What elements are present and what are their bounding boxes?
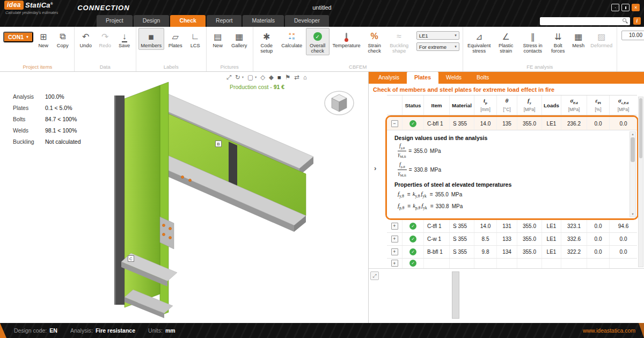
member-label-c[interactable]: C [128,255,134,262]
bolt[interactable] [189,179,192,182]
tab-analysis[interactable]: Analysis [371,72,407,84]
section-plane-icon[interactable]: ⚑ [285,74,290,81]
bolt-forces-button[interactable]: ⇊ Bolt forces [548,28,568,55]
undo-button[interactable]: ↶ Undo [77,28,95,50]
ribbon-group-pictures: ▤ New ▦ Gallery Pictures [207,27,253,71]
code-setup-button[interactable]: ✱ Code setup [255,28,278,55]
temperature-button[interactable]: Temperature [331,28,363,50]
tab-developer[interactable]: Developer [285,15,329,27]
table-row[interactable]: − ✓ C-bfl 1 S 355 14.0 135 355.0 LE1 236… [387,117,637,130]
info-button[interactable]: i [633,17,641,25]
detail-scrollbar[interactable]: ▲ ▼ [630,131,636,217]
tab-project[interactable]: Project [97,15,133,27]
bolt[interactable] [163,233,165,236]
minimize-button[interactable] [611,4,619,11]
connection-selector-button[interactable]: CON1▾ [3,32,33,42]
bolt-forces-icon: ⇊ [554,31,561,42]
expand-lower-panel-button[interactable]: ⤢ [370,271,379,280]
expand-row-button[interactable]: + [391,236,398,243]
labels-plates-toggle[interactable]: ▱ Plates [165,28,186,50]
extreme-filter-dropdown[interactable]: For extreme ▾ [416,42,459,51]
table-row[interactable]: + ✓ C-w 1 S 355 8.5 133 355.0 LE1 332.6 … [387,233,637,246]
bolt[interactable] [181,176,184,179]
equivalent-stress-button[interactable]: ⊿ Equivalent stress [465,28,493,55]
mirror-view-icon[interactable]: ⇄ [294,74,299,81]
results-scrollbar[interactable] [638,97,643,267]
tab-plates[interactable]: Plates [407,72,438,84]
stress-in-contacts-button[interactable]: ∥ Stress in contacts [519,28,547,55]
member-label-b[interactable]: B [215,141,222,147]
cell-fy: 355.0 [517,246,541,258]
status-ok-icon: ✓ [409,120,416,127]
solid-view-icon[interactable]: ■ [277,74,281,81]
bolt[interactable] [163,224,165,227]
ribbon-group-data: ↶ Undo ↷ Redo ↓ Save Data [75,27,136,71]
bolt[interactable] [169,227,172,230]
scroll-up-icon[interactable]: ▲ [631,132,634,137]
expand-row-button[interactable]: + [391,260,398,267]
scrollbar-thumb[interactable] [639,98,642,158]
website-link[interactable]: www.ideastatica.com [583,327,635,334]
tab-materials[interactable]: Materials [243,15,284,27]
mesh-button[interactable]: ▦ Mesh [569,28,588,50]
expand-row-button[interactable]: + [391,223,398,230]
tab-design[interactable]: Design [134,15,170,27]
wireframe-view-icon[interactable]: ◇ [260,74,265,81]
search-box[interactable] [540,17,630,25]
status-ok-icon: ✓ [409,260,416,267]
restore-button[interactable] [621,4,630,11]
expand-row-button[interactable]: + [391,248,398,255]
document-title: untitled [0,4,644,11]
titlebar: idea StatiCa® Calculate yesterday's esti… [0,0,644,15]
new-project-item-button[interactable]: ⊞ New [34,28,53,50]
search-icon [623,18,628,24]
shaded-view-icon[interactable]: ◆ [269,74,274,81]
strain-check-button[interactable]: % Strain check [364,28,385,55]
chevron-down-icon: ▾ [455,33,457,38]
3d-viewport[interactable]: ⤢ ↻▾ ▢▾ ◇ ◆ ■ ⚑ ⇄ ⌂ Production cost - 91… [102,72,368,323]
calculate-button[interactable]: + ×÷ = Calculate [279,28,305,50]
navigation-cube[interactable] [322,88,356,118]
zoom-fit-icon[interactable]: ⤢ [226,74,231,81]
chevron-down-icon[interactable]: ▾ [255,75,257,79]
table-row-clipped[interactable]: + ✓ [387,259,637,268]
col-temperature: θ [°C] [496,95,517,115]
scale-spinner[interactable]: 10.00 ▲ ▼ [621,31,644,40]
col-item: Item [423,95,449,115]
load-case-dropdown[interactable]: LE1 ▾ [416,31,459,40]
copy-button[interactable]: ⧉ Copy [54,28,72,50]
group-label-pictures: Pictures [209,63,251,71]
gallery-button[interactable]: ▦ Gallery [228,28,251,50]
scrollbar-thumb[interactable] [631,137,635,162]
rotate-view-icon[interactable]: ↻ [235,74,240,81]
tab-bolts[interactable]: Bolts [469,72,496,84]
search-input[interactable] [541,18,623,24]
lower-panel-scrollbar[interactable] [452,271,459,319]
tab-check[interactable]: Check [170,15,206,27]
plastic-strain-button[interactable]: ∠ Plastic strain [494,28,518,55]
labels-members-toggle[interactable]: ◼ Members [138,28,164,50]
table-row[interactable]: + ✓ B-bfl 1 S 355 9.8 134 355.0 LE1 322.… [387,246,637,259]
stiffener-plate[interactable] [229,142,237,187]
tab-report[interactable]: Report [207,15,242,27]
collapse-row-button[interactable]: − [391,120,398,127]
ribbon-group-fe-analysis: ⊿ Equivalent stress ∠ Plastic strain ∥ S… [463,27,617,71]
select-tool-icon[interactable]: ▢ [247,74,253,81]
table-row[interactable]: + ✓ C-tfl 1 S 355 14.0 131 355.0 LE1 323… [387,220,637,233]
chevron-down-icon[interactable]: ▾ [242,75,244,79]
bolt[interactable] [169,237,172,239]
cell-fy: 355.0 [517,220,541,232]
tab-welds[interactable]: Welds [438,72,469,84]
labels-lcs-toggle[interactable]: ∟ LCS [187,28,204,50]
close-button[interactable]: × [632,4,640,11]
overall-check-button[interactable]: ✓ Overall check [306,28,330,55]
detail-collapse-chevron[interactable]: › [374,164,376,172]
save-button[interactable]: ↓ Save [115,28,134,50]
equivalent-stress-icon: ⊿ [475,31,482,42]
home-view-icon[interactable]: ⌂ [303,74,307,81]
group-label-cbfem: CBFEM [255,63,460,71]
new-picture-button[interactable]: ▤ New [209,28,227,50]
production-cost: Production cost - 91 € [230,84,284,90]
scroll-down-icon[interactable]: ▼ [631,212,634,217]
cell-eps-pl: 0.0 [587,220,609,232]
